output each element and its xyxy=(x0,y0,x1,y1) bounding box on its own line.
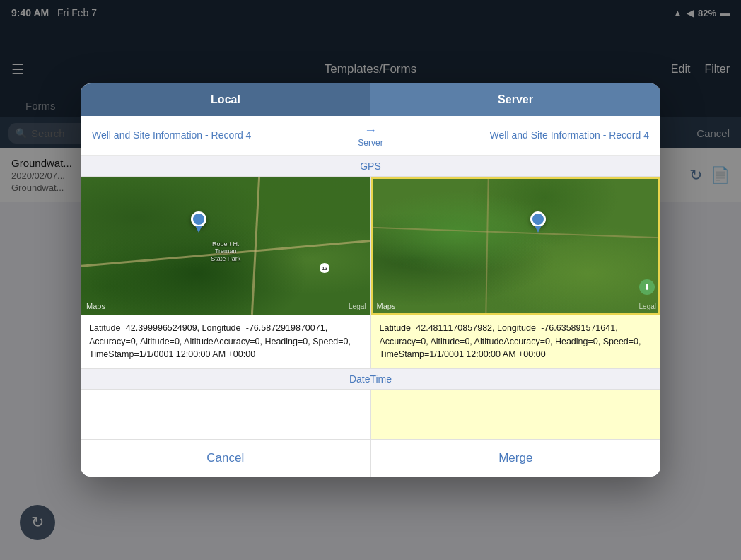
map-pin-server xyxy=(530,211,546,233)
download-badge: ⬇ xyxy=(639,279,655,295)
map-satellite-server xyxy=(371,177,661,315)
park-label: Robert H.TremanState Park xyxy=(211,240,240,263)
map-pin-local xyxy=(191,211,206,233)
pin-head-local xyxy=(191,211,206,227)
modal-record-header: Well and Site Information - Record 4 → S… xyxy=(81,116,660,156)
pin-tail-local xyxy=(195,226,202,233)
pin-tail-server xyxy=(535,226,542,233)
map-legal-local: Legal xyxy=(349,303,366,310)
gps-text-local: Latitude=42.399996524909, Longitude=-76.… xyxy=(81,315,370,368)
modal-tabs: Local Server xyxy=(81,83,660,116)
arrow-server: → Server xyxy=(349,123,391,148)
pin-head-server xyxy=(530,211,546,227)
map-legal-server: Legal xyxy=(639,303,656,310)
arrow-icon: → xyxy=(364,123,377,138)
record-title-server: Well and Site Information - Record 4 xyxy=(392,129,649,141)
cancel-button[interactable]: Cancel xyxy=(81,440,371,477)
datetime-section-label: DateTime xyxy=(81,368,660,390)
map-server[interactable]: ⬇ Maps Legal xyxy=(371,177,661,315)
record-title-local: Well and Site Information - Record 4 xyxy=(92,129,349,141)
server-label: Server xyxy=(358,138,383,148)
datetime-col-local xyxy=(81,390,371,439)
gps-col-server: ⬇ Maps Legal Latitude=42.4811170857982, … xyxy=(371,177,661,368)
modal-tab-local[interactable]: Local xyxy=(81,83,370,116)
gps-comparison-row: Robert H.TremanState Park 13 Maps Legal … xyxy=(81,177,660,368)
datetime-row xyxy=(81,390,660,439)
modal-footer: Cancel Merge xyxy=(81,439,660,477)
datetime-col-server xyxy=(371,390,661,439)
map-brand-local: Maps xyxy=(86,302,105,310)
map-brand-server: Maps xyxy=(377,302,396,310)
gps-text-server: Latitude=42.4811170857982, Longitude=-76… xyxy=(371,315,661,368)
map-local[interactable]: Robert H.TremanState Park 13 Maps Legal xyxy=(81,177,370,315)
modal-overlay: Local Server Well and Site Information -… xyxy=(0,0,741,560)
gps-col-local: Robert H.TremanState Park 13 Maps Legal … xyxy=(81,177,371,368)
merge-modal: Local Server Well and Site Information -… xyxy=(81,83,660,477)
merge-button[interactable]: Merge xyxy=(371,440,661,477)
gps-section-label: GPS xyxy=(81,156,660,177)
modal-tab-server[interactable]: Server xyxy=(370,83,660,116)
